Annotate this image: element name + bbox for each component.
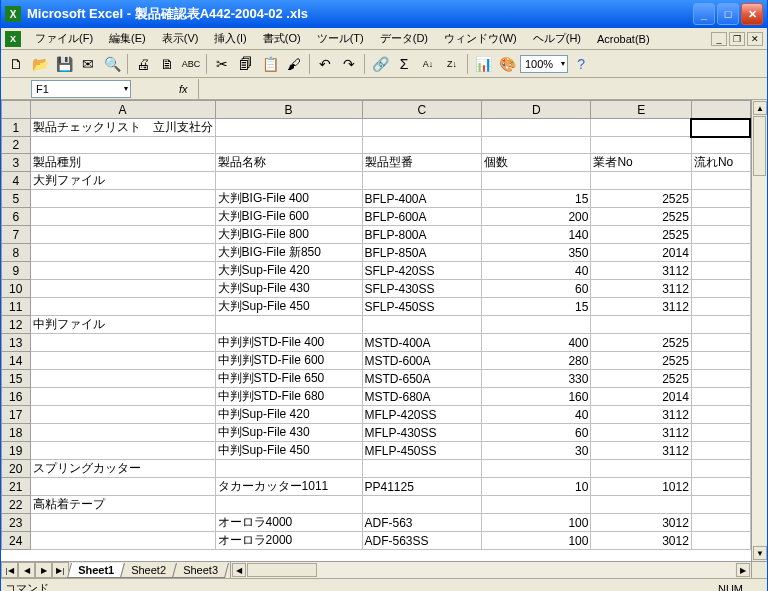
row-header[interactable]: 21 — [2, 478, 31, 496]
cell[interactable] — [691, 119, 750, 137]
tab-sheet1[interactable]: Sheet1 — [67, 563, 125, 578]
cell[interactable]: 3012 — [591, 532, 691, 550]
cell[interactable]: 3112 — [591, 442, 691, 460]
cell[interactable]: MFLP-430SS — [362, 424, 482, 442]
cell[interactable] — [30, 226, 215, 244]
cell[interactable] — [691, 496, 750, 514]
cell[interactable]: 280 — [482, 352, 591, 370]
cell[interactable] — [691, 460, 750, 478]
row-header[interactable]: 13 — [2, 334, 31, 352]
cell[interactable]: 100 — [482, 514, 591, 532]
cell[interactable] — [215, 137, 362, 154]
cell[interactable]: BFLP-800A — [362, 226, 482, 244]
cell[interactable]: 3112 — [591, 298, 691, 316]
cell[interactable] — [591, 460, 691, 478]
cell[interactable] — [691, 478, 750, 496]
row-header[interactable]: 8 — [2, 244, 31, 262]
maximize-button[interactable]: □ — [717, 3, 739, 25]
menu-acrobat[interactable]: Acrobat(B) — [589, 31, 658, 47]
cell[interactable] — [691, 352, 750, 370]
minimize-button[interactable]: _ — [693, 3, 715, 25]
cell[interactable] — [30, 208, 215, 226]
close-button[interactable]: ✕ — [741, 3, 763, 25]
cell[interactable]: 大判Sup-File 430 — [215, 280, 362, 298]
name-box[interactable]: F1 — [31, 80, 131, 98]
cell[interactable]: 2525 — [591, 190, 691, 208]
cell[interactable] — [362, 316, 482, 334]
cell[interactable] — [691, 406, 750, 424]
scroll-right-icon[interactable]: ▶ — [736, 563, 750, 577]
cell[interactable] — [691, 190, 750, 208]
cell[interactable]: PP41125 — [362, 478, 482, 496]
cell[interactable] — [362, 172, 482, 190]
cell[interactable]: オーロラ4000 — [215, 514, 362, 532]
cell[interactable] — [691, 388, 750, 406]
fx-label[interactable]: fx — [179, 83, 188, 95]
cell[interactable]: 15 — [482, 298, 591, 316]
cell[interactable] — [691, 424, 750, 442]
cell[interactable]: 15 — [482, 190, 591, 208]
row-header[interactable]: 12 — [2, 316, 31, 334]
cell[interactable]: BFLP-600A — [362, 208, 482, 226]
cell[interactable]: 高粘着テープ — [30, 496, 215, 514]
tab-sheet2[interactable]: Sheet2 — [120, 563, 177, 578]
search-icon[interactable]: 🔍 — [101, 53, 123, 75]
scroll-down-icon[interactable]: ▼ — [753, 546, 767, 560]
mail-icon[interactable]: ✉ — [77, 53, 99, 75]
help-icon[interactable]: ? — [570, 53, 592, 75]
sort-asc-icon[interactable]: A↓ — [417, 53, 439, 75]
cell[interactable] — [591, 496, 691, 514]
scroll-up-icon[interactable]: ▲ — [753, 101, 767, 115]
sort-desc-icon[interactable]: Z↓ — [441, 53, 463, 75]
cell[interactable] — [215, 119, 362, 137]
cell[interactable]: BFLP-850A — [362, 244, 482, 262]
col-header-c[interactable]: C — [362, 101, 482, 119]
col-header-e[interactable]: E — [591, 101, 691, 119]
cell[interactable] — [691, 298, 750, 316]
cell[interactable] — [591, 316, 691, 334]
cell[interactable] — [691, 334, 750, 352]
cell[interactable] — [215, 316, 362, 334]
drawing-icon[interactable]: 🎨 — [496, 53, 518, 75]
cell[interactable] — [30, 334, 215, 352]
cell[interactable] — [691, 208, 750, 226]
row-header[interactable]: 4 — [2, 172, 31, 190]
cell[interactable]: 350 — [482, 244, 591, 262]
paste-icon[interactable]: 📋 — [259, 53, 281, 75]
row-header[interactable]: 18 — [2, 424, 31, 442]
cell[interactable] — [215, 460, 362, 478]
undo-icon[interactable]: ↶ — [314, 53, 336, 75]
formula-bar[interactable] — [198, 79, 767, 99]
cell[interactable] — [691, 442, 750, 460]
cell[interactable]: ADF-563 — [362, 514, 482, 532]
cell[interactable] — [30, 406, 215, 424]
cell[interactable]: ADF-563SS — [362, 532, 482, 550]
cell[interactable] — [30, 190, 215, 208]
row-header[interactable]: 14 — [2, 352, 31, 370]
cell[interactable] — [691, 370, 750, 388]
cell[interactable] — [691, 532, 750, 550]
cell[interactable] — [691, 262, 750, 280]
cell[interactable] — [691, 226, 750, 244]
cell[interactable]: 大判BIG-File 400 — [215, 190, 362, 208]
cell[interactable]: 中判ファイル — [30, 316, 215, 334]
cell[interactable] — [30, 442, 215, 460]
cell[interactable]: 流れNo — [691, 154, 750, 172]
menu-help[interactable]: ヘルプ(H) — [525, 29, 589, 48]
cell[interactable]: 2525 — [591, 334, 691, 352]
cell[interactable]: 100 — [482, 532, 591, 550]
cell[interactable]: 大判BIG-File 新850 — [215, 244, 362, 262]
cell[interactable] — [30, 352, 215, 370]
col-header-a[interactable]: A — [30, 101, 215, 119]
cell[interactable]: タカーカッター1011 — [215, 478, 362, 496]
cell[interactable]: MSTD-680A — [362, 388, 482, 406]
cell[interactable] — [30, 424, 215, 442]
cell[interactable] — [482, 460, 591, 478]
cell[interactable]: 2014 — [591, 244, 691, 262]
cell[interactable]: 3112 — [591, 424, 691, 442]
format-painter-icon[interactable]: 🖌 — [283, 53, 305, 75]
cell[interactable]: 中判判STD-File 400 — [215, 334, 362, 352]
select-all-corner[interactable] — [2, 101, 31, 119]
col-header-partial[interactable] — [691, 101, 750, 119]
cell[interactable]: MFLP-450SS — [362, 442, 482, 460]
